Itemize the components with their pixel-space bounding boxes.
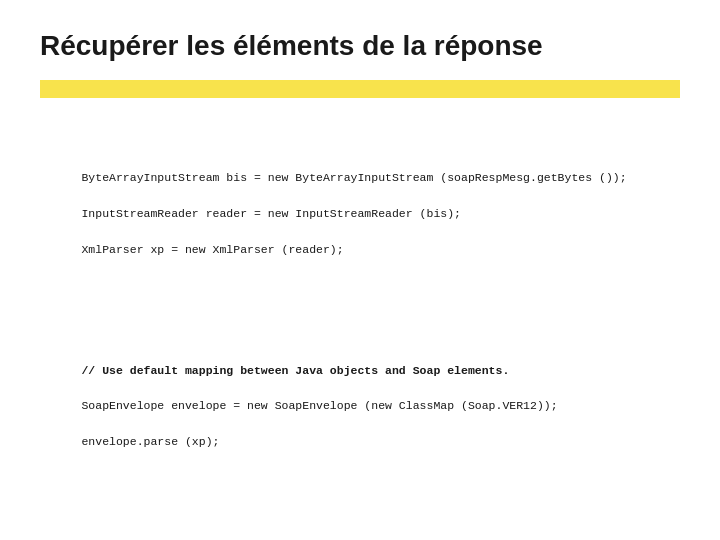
slide-title: Récupérer les éléments de la réponse: [40, 30, 680, 62]
code-block: ByteArrayInputStream bis = new ByteArray…: [40, 116, 680, 540]
code-line: envelope.parse (xp);: [81, 435, 219, 448]
slide: Récupérer les éléments de la réponse Byt…: [0, 0, 720, 540]
highlight-bar: [40, 80, 680, 98]
code-section-2: // Use default mapping between Java obje…: [40, 344, 680, 469]
code-line: SoapEnvelope envelope = new SoapEnvelope…: [81, 399, 557, 412]
code-section-1: ByteArrayInputStream bis = new ByteArray…: [40, 152, 680, 277]
code-line: XmlParser xp = new XmlParser (reader);: [81, 243, 343, 256]
code-line: ByteArrayInputStream bis = new ByteArray…: [81, 171, 626, 184]
code-section-3: // Get the parsed structure. SoapObject …: [40, 536, 680, 540]
code-line: InputStreamReader reader = new InputStre…: [81, 207, 461, 220]
code-comment: // Use default mapping between Java obje…: [81, 364, 509, 377]
